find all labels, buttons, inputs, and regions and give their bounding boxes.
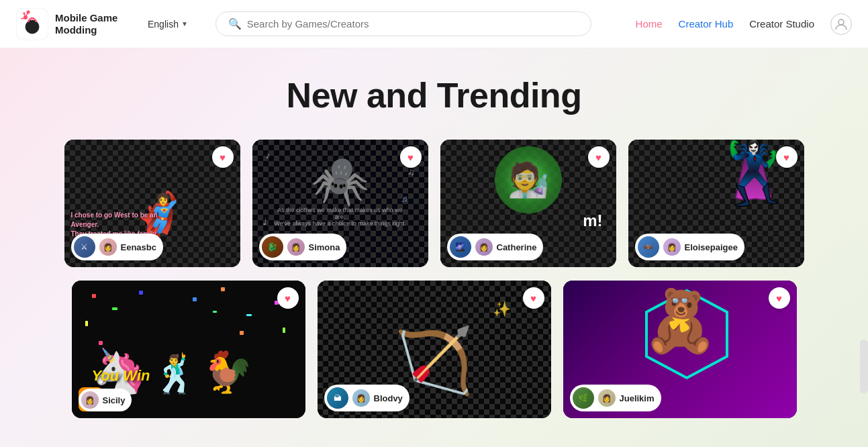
confetti: [99, 341, 103, 345]
confetti: [221, 287, 225, 291]
confetti: [85, 321, 88, 326]
like-button[interactable]: ♥: [212, 146, 234, 168]
language-selector[interactable]: English ▼: [148, 19, 188, 30]
creator-avatar: 👩: [287, 238, 305, 256]
game-avatar: 🌿: [573, 387, 594, 409]
game-avatar: 🐉: [262, 236, 283, 258]
exclamation: m!: [583, 211, 602, 230]
creator-name: Blodvy: [374, 393, 403, 403]
creator-badge: 🐉 👩 Simona: [259, 234, 347, 260]
creator-avatar: 👩: [663, 238, 681, 256]
creator-name: Eenasbc: [121, 242, 156, 252]
creator-avatar: 👩: [475, 238, 493, 256]
game-avatar: 🌌: [450, 236, 471, 258]
creator-badge: 🏔 👩 Blodvy: [324, 385, 409, 411]
creator-badge: 🦇 👩 Eloisepaigee: [635, 234, 744, 260]
card-eloisepaigee[interactable]: 🦹‍♀️ ♥ 🦇 👩 Eloisepaigee: [628, 140, 804, 267]
confetti: [139, 291, 143, 295]
creator-badge: ⚔ 👩 Eenasbc: [71, 234, 163, 260]
character-figure: 🕷️: [311, 153, 369, 208]
card-subtitle: As the clothes we make that makes us who…: [273, 207, 407, 227]
creator-avatar: 👩: [598, 389, 616, 407]
creator-avatar: 👩: [352, 389, 370, 407]
like-button[interactable]: ♥: [776, 146, 798, 168]
like-button[interactable]: ♥: [400, 146, 422, 168]
glasses: 👓: [670, 293, 690, 309]
page-title: New and Trending: [40, 75, 828, 115]
card-blodvy[interactable]: 🏹 ✨ ♥ 🏔 👩 Blodvy: [318, 281, 551, 418]
search-icon: 🔍: [228, 17, 242, 30]
creator-name: Sicily: [103, 395, 126, 405]
creator-name: Juelikim: [620, 393, 655, 403]
svg-point-5: [838, 19, 844, 25]
music-note: ♬: [401, 193, 408, 204]
card-sicily[interactable]: 🦄 🕺 🐓 You Win 👾 ♥ 👩 Sicily: [72, 281, 305, 418]
confetti: [240, 331, 244, 335]
creator-badge: 🌌 👩 Catherine: [447, 234, 544, 260]
language-label: English: [148, 19, 179, 30]
search-bar[interactable]: 🔍: [215, 11, 591, 36]
game-avatar: 🏔: [327, 387, 348, 409]
like-button[interactable]: ♥: [588, 146, 610, 168]
creator-avatar: 👩: [99, 238, 117, 256]
game-avatar: 🦇: [638, 236, 659, 258]
creator-name: Eloisepaigee: [685, 242, 738, 252]
card-simona[interactable]: 🕷️ ♪ ♫ ♩ ♬ As the clothes we make that m…: [252, 140, 428, 267]
card-catherine[interactable]: 🧑‍🔬 m! ♥ 🌌 👩 Catherine: [440, 140, 616, 267]
svg-point-1: [26, 20, 39, 34]
chevron-down-icon: ▼: [181, 20, 188, 28]
creator-avatar: 👩: [81, 391, 99, 409]
you-win-text: You Win: [92, 367, 150, 385]
logo-icon: [16, 8, 48, 40]
confetti: [112, 307, 117, 310]
logo-area[interactable]: Mobile Game Modding: [16, 8, 137, 40]
main-content: New and Trending 🦸‍♀️ I chose to go West…: [0, 48, 868, 447]
header: Mobile Game Modding English ▼ 🔍 Home Cre…: [0, 0, 868, 48]
creator-badge: 🌿 👩 Juelikim: [570, 385, 661, 411]
user-account-icon[interactable]: [830, 13, 852, 35]
card-juelikim[interactable]: 🧸 👓 ♥ 🌿 👩 Juelikim: [563, 281, 797, 418]
music-note: ♩: [262, 216, 267, 227]
confetti: [213, 311, 217, 313]
cards-row-1: 🦸‍♀️ I chose to go West to be an Avenger…: [40, 140, 828, 267]
character-chicken: 🐓: [203, 352, 253, 393]
confetti: [246, 314, 252, 316]
like-button[interactable]: ♥: [769, 287, 790, 309]
like-button[interactable]: ♥: [523, 287, 544, 309]
nav-home[interactable]: Home: [636, 18, 663, 30]
cards-row-2: 🦄 🕺 🐓 You Win 👾 ♥ 👩 Sicily 🏹 ✨: [40, 281, 828, 418]
nav-creator-hub[interactable]: Creator Hub: [679, 18, 734, 30]
scrollbar[interactable]: [860, 340, 868, 393]
character-portal: 🧑‍🔬: [495, 146, 562, 213]
search-input[interactable]: [247, 18, 579, 30]
confetti: [193, 297, 197, 301]
game-avatar: ⚔: [74, 236, 95, 258]
music-note: ♫: [407, 166, 415, 177]
confetti: [92, 294, 96, 298]
like-button[interactable]: ♥: [277, 287, 299, 309]
music-note: ♪: [266, 150, 271, 160]
creator-name: Simona: [309, 242, 340, 252]
nav-creator-studio[interactable]: Creator Studio: [749, 18, 814, 30]
character-person: 🕺: [152, 356, 199, 393]
creator-name: Catherine: [497, 242, 537, 252]
creator-badge: 👩 Sicily: [79, 389, 132, 411]
confetti: [283, 328, 285, 333]
logo-text: Mobile Game Modding: [55, 12, 117, 36]
nav-links: Home Creator Hub Creator Studio: [636, 13, 852, 35]
card-eenasbc[interactable]: 🦸‍♀️ I chose to go West to be an Avenger…: [64, 140, 240, 267]
sparkle: ✨: [493, 301, 511, 318]
character-figure: 🏹: [394, 329, 474, 393]
